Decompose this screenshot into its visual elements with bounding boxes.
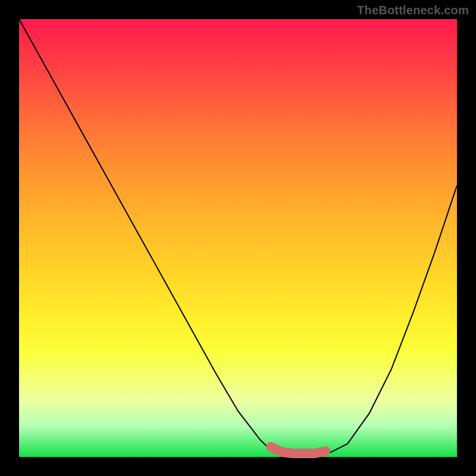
bottleneck-curve (19, 19, 457, 457)
attribution-text: TheBottleneck.com (357, 4, 469, 17)
chart-plot-area (19, 19, 457, 457)
minimum-emphasis-segment (271, 447, 325, 453)
chart-svg (19, 19, 457, 457)
outer-frame: TheBottleneck.com (0, 0, 476, 476)
